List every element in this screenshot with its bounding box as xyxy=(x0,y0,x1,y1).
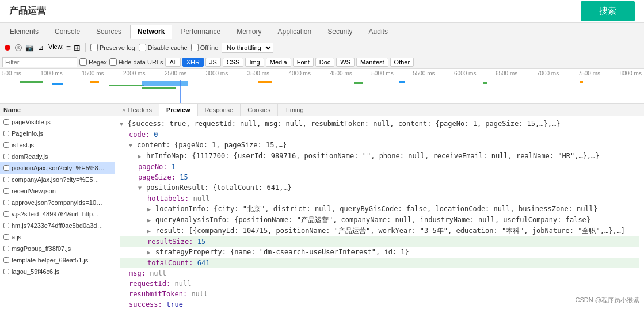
hide-data-checkbox[interactable] xyxy=(109,58,117,66)
search-button[interactable]: 搜索 xyxy=(581,1,635,21)
filter-tag-manifest[interactable]: Manifest xyxy=(356,58,388,67)
file-item[interactable]: hm.js?4233e74dff0ae5bd0a3d… xyxy=(0,220,115,231)
filter-tag-media[interactable]: Media xyxy=(266,58,291,67)
file-item[interactable]: recentView.json xyxy=(0,185,115,197)
devtools-tab-performance[interactable]: Performance xyxy=(173,25,228,39)
panel-tab-timing[interactable]: Timing xyxy=(278,104,311,116)
camera-icon[interactable]: 📷 xyxy=(25,44,33,52)
file-item[interactable]: PageInfo.js xyxy=(0,128,115,139)
timeline-label: 7000 ms xyxy=(537,70,559,77)
filter-tag-js[interactable]: JS xyxy=(205,58,221,67)
file-item-checkbox[interactable] xyxy=(3,188,9,194)
file-item-checkbox[interactable] xyxy=(3,154,9,159)
file-item[interactable]: positionAjax.json?city=%E5%8… xyxy=(0,162,115,174)
file-item[interactable]: v.js?siteid=4899764&url=http… xyxy=(0,208,115,220)
filter-tag-font[interactable]: Font xyxy=(293,58,314,67)
file-item-checkbox[interactable] xyxy=(3,234,9,240)
file-item[interactable]: approve.json?companyIds=10… xyxy=(0,197,115,208)
json-value: null xyxy=(193,194,209,203)
file-item-checkbox[interactable] xyxy=(3,177,9,182)
file-item-checkbox[interactable] xyxy=(3,211,9,217)
json-value: null xyxy=(191,290,208,298)
offline-label[interactable]: Offline xyxy=(191,44,219,51)
file-item-checkbox[interactable] xyxy=(3,257,9,263)
grid-view-icon[interactable]: ⊞ xyxy=(74,43,81,52)
file-item[interactable]: template-helper_69eaf51.js xyxy=(0,254,115,266)
file-item[interactable]: pageVisible.js xyxy=(0,116,115,128)
expand-arrow[interactable]: ▶ xyxy=(138,153,145,159)
offline-checkbox[interactable] xyxy=(191,44,199,51)
file-item-checkbox[interactable] xyxy=(3,200,9,205)
file-item-name: template-helper_69eaf51.js xyxy=(12,257,88,264)
file-item-checkbox[interactable] xyxy=(3,246,9,251)
filter-input[interactable] xyxy=(2,57,77,67)
filter-tag-ws[interactable]: WS xyxy=(336,58,355,67)
preserve-log-label[interactable]: Preserve log xyxy=(90,44,135,51)
expand-arrow[interactable]: ▶ xyxy=(147,206,154,212)
json-row: ▼ {success: true, requestId: null, msg: … xyxy=(120,119,639,129)
devtools-tab-security[interactable]: Security xyxy=(320,25,360,39)
file-item-checkbox[interactable] xyxy=(3,269,9,274)
expand-arrow[interactable]: ▶ xyxy=(147,217,154,223)
json-text: result: [{companyId: 104715, positionNam… xyxy=(155,227,625,235)
file-item[interactable]: a.js xyxy=(0,231,115,243)
filter-tag-xhr[interactable]: XHR xyxy=(182,58,204,67)
file-item-name: hm.js?4233e74dff0ae5bd0a3d… xyxy=(12,222,103,229)
file-item[interactable]: isTest.js xyxy=(0,139,115,151)
record-button[interactable] xyxy=(3,44,12,52)
file-item[interactable]: msgPopup_ff38f07.js xyxy=(0,243,115,254)
file-item[interactable]: lagou_59f46c6.js xyxy=(0,266,115,277)
devtools-tab-console[interactable]: Console xyxy=(47,25,87,39)
file-item[interactable]: companyAjax.json?city=%E5… xyxy=(0,174,115,185)
hide-data-label[interactable]: Hide data URLs xyxy=(109,58,163,66)
stop-button[interactable]: ⊘ xyxy=(15,44,22,51)
filter-tag-css[interactable]: CSS xyxy=(223,58,244,67)
json-value: null xyxy=(150,269,166,277)
devtools-tab-audits[interactable]: Audits xyxy=(361,25,395,39)
devtools-tab-application[interactable]: Application xyxy=(270,25,319,39)
json-row: resultSize: 15 xyxy=(120,236,639,247)
expand-arrow[interactable]: ▼ xyxy=(120,121,127,127)
json-row: pageNo: 1 xyxy=(120,162,639,172)
throttling-select[interactable]: No throttling xyxy=(222,43,273,53)
json-key: hotLabels: xyxy=(147,194,193,203)
file-item-checkbox[interactable] xyxy=(3,131,9,136)
file-item-name: positionAjax.json?city=%E5%8… xyxy=(12,165,105,171)
list-view-icon[interactable]: ≡ xyxy=(66,43,71,52)
disable-cache-checkbox[interactable] xyxy=(139,44,146,51)
timeline-label: 1500 ms xyxy=(82,70,104,77)
expand-arrow[interactable]: ▼ xyxy=(138,185,145,191)
expand-arrow[interactable]: ▶ xyxy=(147,249,154,255)
preview-content[interactable]: ▼ {success: true, requestId: null, msg: … xyxy=(115,116,644,308)
expand-arrow[interactable]: ▼ xyxy=(129,142,136,148)
disable-cache-label[interactable]: Disable cache xyxy=(139,44,188,51)
json-value: 15 xyxy=(197,238,205,246)
filter-tag-img[interactable]: Img xyxy=(245,58,264,67)
filter-icon[interactable]: ⊿ xyxy=(37,44,45,52)
devtools-tab-network[interactable]: Network xyxy=(130,25,172,39)
file-item-checkbox[interactable] xyxy=(3,223,9,228)
regex-label[interactable]: Regex xyxy=(79,58,107,66)
filter-tag-all[interactable]: All xyxy=(165,58,180,67)
filter-tag-doc[interactable]: Doc xyxy=(315,58,335,67)
regex-checkbox[interactable] xyxy=(79,58,87,66)
file-item-checkbox[interactable] xyxy=(3,142,9,148)
timeline-labels: 500 ms1000 ms1500 ms2000 ms2500 ms3000 m… xyxy=(0,69,644,78)
file-item-checkbox[interactable] xyxy=(3,119,9,125)
panel-tab-headers[interactable]: ×Headers xyxy=(115,104,159,116)
expand-arrow[interactable]: ▶ xyxy=(147,228,154,234)
file-list-scroll[interactable]: pageVisible.jsPageInfo.jsisTest.jsdomRea… xyxy=(0,116,115,277)
devtools-tab-memory[interactable]: Memory xyxy=(229,25,269,39)
panel-tab-cookies[interactable]: Cookies xyxy=(241,104,278,116)
file-item-checkbox[interactable] xyxy=(3,165,9,171)
file-item[interactable]: domReady.js xyxy=(0,151,115,162)
panel-tab-preview[interactable]: Preview xyxy=(159,104,198,116)
filter-tag-other[interactable]: Other xyxy=(390,58,414,67)
json-row: ▶ result: [{companyId: 104715, positionN… xyxy=(120,226,639,236)
devtools-tab-elements[interactable]: Elements xyxy=(2,25,46,39)
preserve-log-checkbox[interactable] xyxy=(90,44,98,51)
panel-tab-response[interactable]: Response xyxy=(198,104,241,116)
json-key: pageSize: xyxy=(138,173,180,181)
devtools-tab-sources[interactable]: Sources xyxy=(89,25,129,39)
panel-tab-close[interactable]: × xyxy=(122,106,125,113)
